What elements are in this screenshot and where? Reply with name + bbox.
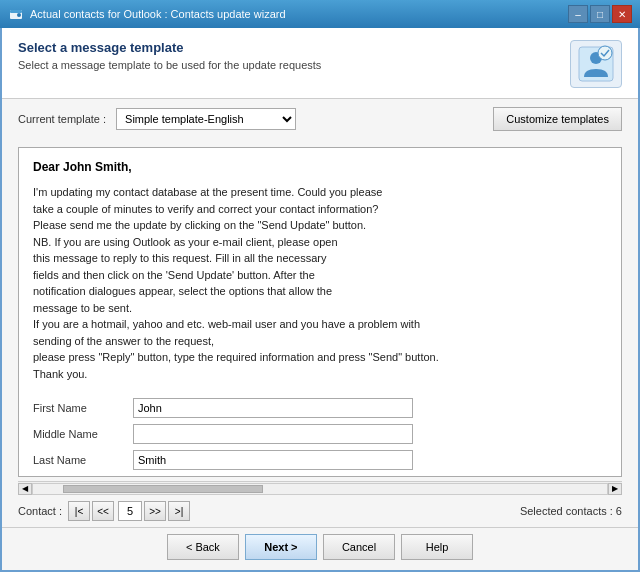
main-window: Select a message template Select a messa… [0,28,640,572]
svg-rect-1 [10,10,22,13]
first-contact-button[interactable]: |< [68,501,90,521]
maximize-button[interactable]: □ [590,5,610,23]
middle-name-input[interactable] [133,424,413,444]
help-button[interactable]: Help [401,534,473,560]
middle-name-label: Middle Name [33,428,133,440]
selected-contacts-count: Selected contacts : 6 [520,505,622,517]
customize-templates-button[interactable]: Customize templates [493,107,622,131]
back-button[interactable]: < Back [167,534,239,560]
horizontal-scrollbar[interactable]: ◀ ▶ [18,481,622,495]
last-name-input[interactable] [133,450,413,470]
title-bar-buttons: – □ ✕ [568,5,632,23]
content-area: Dear John Smith, I'm updating my contact… [18,147,622,477]
cancel-button[interactable]: Cancel [323,534,395,560]
bottom-bar: < Back Next > Cancel Help [2,527,638,570]
title-bar-text: Actual contacts for Outlook : Contacts u… [30,8,568,20]
app-icon [8,6,24,22]
header-icon [570,40,622,88]
contact-label: Contact : [18,505,62,517]
first-name-label: First Name [33,402,133,414]
email-greeting: Dear John Smith, [33,160,607,174]
scroll-track[interactable] [32,483,608,495]
email-content-scroll[interactable]: Dear John Smith, I'm updating my contact… [19,148,621,476]
form-section: First Name Middle Name Last Name Mobile [33,398,607,476]
last-name-row: Last Name [33,450,607,470]
scroll-thumb[interactable] [63,485,263,493]
svg-point-5 [598,46,612,60]
next-button[interactable]: Next > [245,534,317,560]
last-name-label: Last Name [33,454,133,466]
navigation-bar: Contact : |< << >> >| Selected contacts … [2,495,638,527]
first-name-row: First Name [33,398,607,418]
page-number-input[interactable] [118,501,142,521]
minimize-button[interactable]: – [568,5,588,23]
prev-contact-button[interactable]: << [92,501,114,521]
scroll-right-arrow[interactable]: ▶ [608,483,622,495]
title-bar: Actual contacts for Outlook : Contacts u… [0,0,640,28]
first-name-input[interactable] [133,398,413,418]
email-body: I'm updating my contact database at the … [33,184,607,382]
last-contact-button[interactable]: >| [168,501,190,521]
middle-name-row: Middle Name [33,424,607,444]
template-select[interactable]: Simple template-English [116,108,296,130]
header-text: Select a message template Select a messa… [18,40,321,71]
page-title: Select a message template [18,40,321,55]
header-section: Select a message template Select a messa… [2,28,638,99]
next-contact-button[interactable]: >> [144,501,166,521]
page-subtitle: Select a message template to be used for… [18,59,321,71]
scroll-left-arrow[interactable]: ◀ [18,483,32,495]
close-button[interactable]: ✕ [612,5,632,23]
svg-point-2 [17,13,21,17]
template-label: Current template : [18,113,106,125]
template-row: Current template : Simple template-Engli… [2,99,638,139]
